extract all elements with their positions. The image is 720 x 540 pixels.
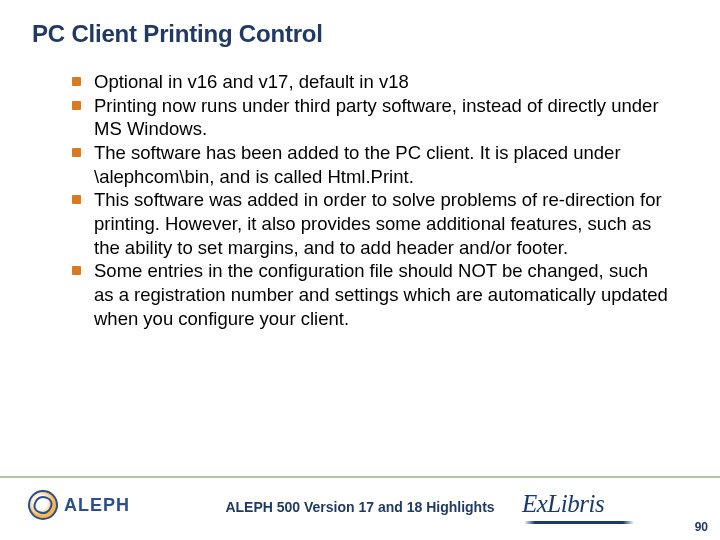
- slide-title: PC Client Printing Control: [32, 20, 323, 48]
- aleph-logo-icon: [28, 490, 58, 520]
- bullet-text: Some entries in the configuration file s…: [94, 260, 668, 328]
- bullet-text: The software has been added to the PC cl…: [94, 142, 621, 187]
- list-item: Optional in v16 and v17, default in v18: [72, 70, 672, 94]
- exlibris-logo: ExLibris: [522, 488, 642, 526]
- aleph-logo: ALEPH: [28, 490, 130, 520]
- page-number: 90: [695, 520, 708, 534]
- bullet-text: Optional in v16 and v17, default in v18: [94, 71, 409, 92]
- footer-divider: [0, 476, 720, 478]
- bullet-list: Optional in v16 and v17, default in v18 …: [72, 70, 672, 330]
- slide: PC Client Printing Control Optional in v…: [0, 0, 720, 540]
- footer: ALEPH ALEPH 500 Version 17 and 18 Highli…: [0, 480, 720, 540]
- exlibris-logo-text: ExLibris: [522, 490, 604, 518]
- list-item: Printing now runs under third party soft…: [72, 94, 672, 141]
- aleph-logo-text: ALEPH: [64, 495, 130, 516]
- list-item: The software has been added to the PC cl…: [72, 141, 672, 188]
- bullet-text: This software was added in order to solv…: [94, 189, 662, 257]
- list-item: This software was added in order to solv…: [72, 188, 672, 259]
- list-item: Some entries in the configuration file s…: [72, 259, 672, 330]
- bullet-text: Printing now runs under third party soft…: [94, 95, 659, 140]
- exlibris-underline-icon: [524, 521, 634, 524]
- footer-caption: ALEPH 500 Version 17 and 18 Highlights: [225, 499, 494, 515]
